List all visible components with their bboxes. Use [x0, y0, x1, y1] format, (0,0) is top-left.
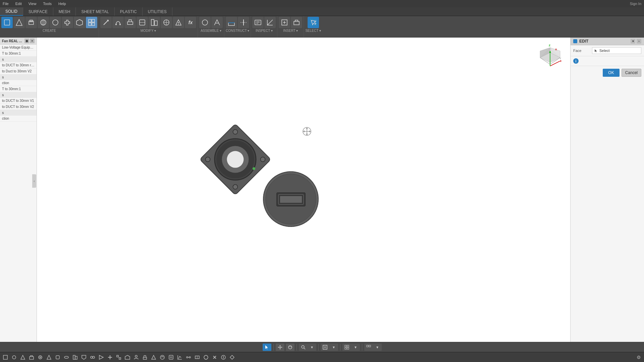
viewport-tool[interactable] [364, 344, 373, 351]
toolbar-create-5[interactable] [50, 17, 61, 28]
toolbar-select-1[interactable] [308, 17, 319, 28]
vb-icon-1[interactable] [1, 353, 9, 361]
vb-icon-15[interactable] [123, 353, 131, 361]
sidebar-item-1[interactable]: T to 30mm:1 [0, 51, 37, 57]
sidebar-item-10[interactable]: to DUCT to 30mm V2 [0, 104, 37, 110]
toolbar-assemble-1[interactable] [199, 17, 211, 28]
menu-file[interactable]: File [3, 2, 9, 6]
vb-icon-26[interactable] [219, 353, 227, 361]
vb-icon-12[interactable] [97, 353, 105, 361]
nav-cube[interactable]: X Y Z [537, 41, 564, 68]
vb-icon-7[interactable] [54, 353, 62, 361]
vb-icon-9[interactable] [71, 353, 79, 361]
tab-mesh[interactable]: MESH [53, 7, 76, 16]
toolbar-fx[interactable]: fx [185, 17, 196, 28]
toolbar-modify-6[interactable] [161, 17, 172, 28]
toolbar-construct-2[interactable] [238, 17, 249, 28]
toolbar-create-6[interactable] [62, 17, 73, 28]
vb-icon-2[interactable] [10, 353, 18, 361]
vb-icon-10[interactable] [80, 353, 88, 361]
vb-icon-27[interactable] [228, 353, 236, 361]
vb-icon-18[interactable] [150, 353, 158, 361]
vb-icon-21[interactable] [176, 353, 184, 361]
sidebar-item-12[interactable]: ction [0, 116, 37, 122]
sidebar-item-7[interactable]: T to 30mm:1 [0, 86, 37, 92]
toolbar-inspect-2[interactable] [264, 17, 276, 28]
grid-tool[interactable] [342, 344, 351, 351]
sidebar-item-0[interactable]: Low-Voltage Equipment-... [0, 45, 37, 51]
tab-utilities[interactable]: UTILITIES [143, 7, 172, 16]
tab-surface[interactable]: SURFACE [23, 7, 53, 16]
zoom-dropdown[interactable]: ▾ [308, 344, 316, 351]
user-account[interactable]: Sign In [630, 2, 641, 6]
toolbar-inspect-1[interactable] [252, 17, 264, 28]
sidebar-expand-btn[interactable]: ◉ [24, 39, 29, 43]
bottom-pan-tool[interactable] [276, 344, 284, 351]
toolbar-insert-1[interactable] [279, 17, 290, 28]
toolbar-create-3[interactable] [25, 17, 37, 28]
create-label: CREATE [43, 29, 56, 33]
vb-icon-22[interactable] [184, 353, 193, 361]
toolbar-modify-1[interactable] [100, 17, 112, 28]
toolbar-modify-2[interactable] [112, 17, 124, 28]
ok-button[interactable]: OK [603, 69, 619, 77]
viewport-dropdown[interactable]: ▾ [373, 344, 382, 351]
toolbar-new-component[interactable] [1, 17, 13, 28]
toolbar-insert-2[interactable] [291, 17, 302, 28]
toolbar-create-4[interactable] [38, 17, 49, 28]
cancel-button[interactable]: Cancel [622, 69, 641, 77]
tab-solid[interactable]: SOLID [0, 7, 23, 16]
toolbar-assemble-2[interactable] [211, 17, 223, 28]
sidebar-header: Fan REAL Airflow.... ◉ × [0, 38, 37, 45]
menu-help[interactable]: Help [58, 2, 66, 6]
vb-settings-icon[interactable]: ⚙ [635, 353, 643, 361]
toolbar-create-2[interactable] [13, 17, 25, 28]
toolbar-create-more[interactable] [86, 17, 97, 28]
toolbar-modify-4[interactable] [137, 17, 148, 28]
vb-icon-20[interactable] [167, 353, 175, 361]
vb-icon-4[interactable] [28, 353, 36, 361]
tab-plastic[interactable]: PLASTIC [115, 7, 143, 16]
toolbar-create-7[interactable] [74, 17, 85, 28]
bottom-cursor-tool[interactable] [263, 344, 271, 351]
grid-dropdown[interactable]: ▾ [351, 344, 360, 351]
vb-icon-25[interactable] [211, 353, 219, 361]
vb-icon-11[interactable] [89, 353, 97, 361]
vb-icon-6[interactable] [45, 353, 53, 361]
sidebar-item-3[interactable]: to DUCT to 30mm round [0, 62, 37, 68]
face-select-field[interactable]: Select [592, 47, 641, 54]
display-style-tool[interactable] [321, 344, 329, 351]
tab-sheet-metal[interactable]: SHEET METAL [76, 7, 114, 16]
sidebar-collapse-btn[interactable]: × [30, 39, 35, 43]
vb-icon-5[interactable] [36, 353, 44, 361]
menu-view[interactable]: View [29, 2, 37, 6]
svg-rect-100 [75, 356, 77, 359]
panel-expand-btn[interactable]: ▾ [631, 39, 635, 44]
vb-icon-13[interactable] [106, 353, 114, 361]
sidebar-item-6[interactable]: ction [0, 80, 37, 86]
menu-tools[interactable]: Tools [43, 2, 52, 6]
canvas-area[interactable]: X Y Z [37, 38, 570, 342]
svg-point-93 [12, 356, 16, 359]
vb-icon-23[interactable] [193, 353, 201, 361]
sidebar-item-9[interactable]: to DUCT to 30mm V1 [0, 98, 37, 104]
toolbar-modify-7[interactable] [173, 17, 184, 28]
bottom-orbit-tool[interactable] [286, 344, 294, 351]
zoom-fit-tool[interactable] [299, 344, 308, 351]
vb-icon-19[interactable] [158, 353, 166, 361]
display-dropdown[interactable]: ▾ [329, 344, 338, 351]
sidebar-item-4[interactable]: to Duct to 30mm V2 [0, 68, 37, 74]
toolbar-modify-5[interactable] [149, 17, 160, 28]
vb-icon-3[interactable] [19, 353, 27, 361]
panel-collapse-btn[interactable]: › [637, 39, 641, 44]
toolbar-modify-3[interactable] [124, 17, 136, 28]
vb-icon-17[interactable] [141, 353, 149, 361]
vb-icon-16[interactable] [132, 353, 140, 361]
vb-icon-24[interactable] [202, 353, 210, 361]
vb-icon-14[interactable] [115, 353, 123, 361]
sidebar-collapse-edge[interactable]: ‹ [32, 174, 36, 188]
adapter-piece-object[interactable] [262, 170, 320, 229]
toolbar-construct-1[interactable] [226, 17, 237, 28]
vb-icon-8[interactable] [62, 353, 70, 361]
menu-edit[interactable]: Edit [15, 2, 22, 6]
